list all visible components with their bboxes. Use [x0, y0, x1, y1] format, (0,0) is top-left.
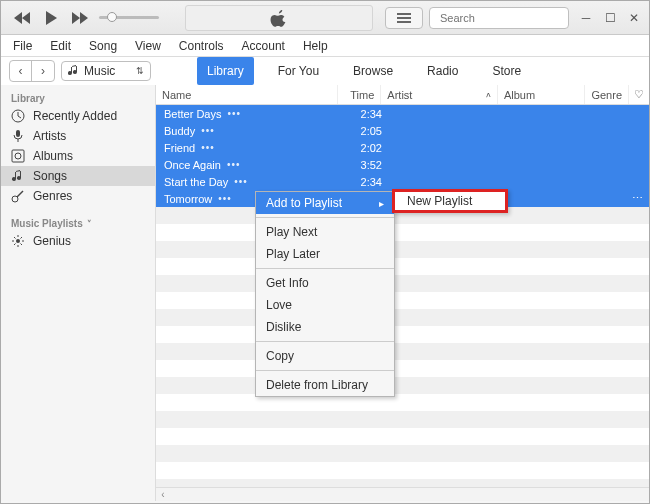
scroll-left-icon[interactable]: ‹: [156, 489, 170, 500]
list-view-button[interactable]: [385, 7, 423, 29]
back-button[interactable]: ‹: [10, 61, 32, 81]
more-icon[interactable]: •••: [227, 159, 241, 170]
menu-add-to-playlist[interactable]: Add to Playlist ▸: [256, 192, 394, 214]
table-row[interactable]: Friend••• 2:02: [156, 139, 649, 156]
tab-radio[interactable]: Radio: [417, 57, 468, 85]
svg-rect-3: [16, 130, 20, 137]
view-tabs: Library For You Browse Radio Store: [157, 57, 641, 85]
tab-library[interactable]: Library: [197, 57, 254, 85]
music-note-icon: [11, 169, 25, 183]
column-name[interactable]: Name: [156, 85, 338, 104]
apple-logo-icon: [270, 9, 288, 27]
empty-row: [156, 462, 649, 479]
empty-row: [156, 445, 649, 462]
menu-help[interactable]: Help: [295, 37, 336, 55]
sidebar: Library Recently Added Artists Albums So…: [1, 85, 156, 501]
empty-row: [156, 428, 649, 445]
empty-row: [156, 326, 649, 343]
menu-play-later[interactable]: Play Later: [256, 243, 394, 265]
sidebar-item-artists[interactable]: Artists: [1, 126, 155, 146]
sidebar-item-albums[interactable]: Albums: [1, 146, 155, 166]
sidebar-item-songs[interactable]: Songs: [1, 166, 155, 186]
empty-row: [156, 241, 649, 258]
svg-point-5: [15, 153, 21, 159]
more-icon[interactable]: •••: [218, 193, 232, 204]
sidebar-item-recently-added[interactable]: Recently Added: [1, 106, 155, 126]
genius-icon: [11, 234, 25, 248]
more-icon[interactable]: •••: [201, 142, 215, 153]
menu-separator: [256, 217, 394, 218]
nav-buttons: ‹ ›: [9, 60, 55, 82]
forward-button[interactable]: ›: [32, 61, 54, 81]
menu-play-next[interactable]: Play Next: [256, 221, 394, 243]
search-input[interactable]: [440, 12, 578, 24]
more-icon[interactable]: •••: [234, 176, 248, 187]
menu-dislike[interactable]: Dislike: [256, 316, 394, 338]
menu-file[interactable]: File: [5, 37, 40, 55]
tab-for-you[interactable]: For You: [268, 57, 329, 85]
menu-delete-from-library[interactable]: Delete from Library: [256, 374, 394, 396]
minimize-button[interactable]: ─: [575, 9, 597, 27]
sidebar-header-library: Library: [1, 89, 155, 106]
album-icon: [11, 149, 25, 163]
empty-row: [156, 292, 649, 309]
table-row[interactable]: Better Days••• 2:34: [156, 105, 649, 122]
table-header: Name Time Artist ʌ Album Genre ♡: [156, 85, 649, 105]
svg-line-7: [17, 191, 23, 197]
menu-separator: [256, 268, 394, 269]
menu-song[interactable]: Song: [81, 37, 125, 55]
empty-row: [156, 394, 649, 411]
more-icon[interactable]: ⋯: [632, 192, 643, 205]
table-row[interactable]: Buddy••• 2:05: [156, 122, 649, 139]
play-button[interactable]: [39, 6, 63, 30]
column-time[interactable]: Time: [338, 85, 381, 104]
context-menu: Add to Playlist ▸ Play Next Play Later G…: [255, 191, 395, 397]
guitar-icon: [11, 189, 25, 203]
source-select[interactable]: Music ⇅: [61, 61, 151, 81]
songs-table: Name Time Artist ʌ Album Genre ♡ Better …: [156, 85, 649, 501]
menu-edit[interactable]: Edit: [42, 37, 79, 55]
table-row[interactable]: Start the Day••• 2:34: [156, 173, 649, 190]
menu-account[interactable]: Account: [234, 37, 293, 55]
sidebar-header-playlists[interactable]: Music Playlists ˅: [1, 214, 155, 231]
volume-slider[interactable]: [99, 11, 169, 25]
column-artist[interactable]: Artist ʌ: [381, 85, 498, 104]
sidebar-item-genius[interactable]: Genius: [1, 231, 155, 251]
empty-row: [156, 360, 649, 377]
empty-row: [156, 224, 649, 241]
more-icon[interactable]: •••: [201, 125, 215, 136]
menu-view[interactable]: View: [127, 37, 169, 55]
menubar: File Edit Song View Controls Account Hel…: [1, 35, 649, 57]
titlebar: ─ ☐ ✕: [1, 1, 649, 35]
sidebar-item-genres[interactable]: Genres: [1, 186, 155, 206]
close-button[interactable]: ✕: [623, 9, 645, 27]
next-button[interactable]: [67, 6, 91, 30]
submenu-new-playlist[interactable]: New Playlist: [392, 189, 508, 213]
table-rows: Better Days••• 2:34 Buddy••• 2:05 Friend…: [156, 105, 649, 496]
column-genre[interactable]: Genre: [585, 85, 629, 104]
menu-love[interactable]: Love: [256, 294, 394, 316]
chevron-updown-icon: ⇅: [136, 66, 144, 76]
clock-icon: [11, 109, 25, 123]
empty-row: [156, 258, 649, 275]
source-label: Music: [84, 64, 115, 78]
menu-controls[interactable]: Controls: [171, 37, 232, 55]
menu-get-info[interactable]: Get Info: [256, 272, 394, 294]
sidebar-item-label: Artists: [33, 129, 66, 143]
list-icon: [397, 13, 411, 23]
menu-separator: [256, 341, 394, 342]
microphone-icon: [11, 129, 25, 143]
tab-browse[interactable]: Browse: [343, 57, 403, 85]
previous-button[interactable]: [11, 6, 35, 30]
column-loved[interactable]: ♡: [629, 85, 649, 104]
search-field[interactable]: [429, 7, 569, 29]
more-icon[interactable]: •••: [227, 108, 241, 119]
horizontal-scrollbar[interactable]: ‹: [156, 487, 649, 501]
column-album[interactable]: Album: [498, 85, 586, 104]
maximize-button[interactable]: ☐: [599, 9, 621, 27]
table-row[interactable]: Once Again••• 3:52: [156, 156, 649, 173]
sort-caret-icon: ʌ: [486, 90, 491, 99]
tab-store[interactable]: Store: [482, 57, 531, 85]
menu-copy[interactable]: Copy: [256, 345, 394, 367]
empty-row: [156, 275, 649, 292]
